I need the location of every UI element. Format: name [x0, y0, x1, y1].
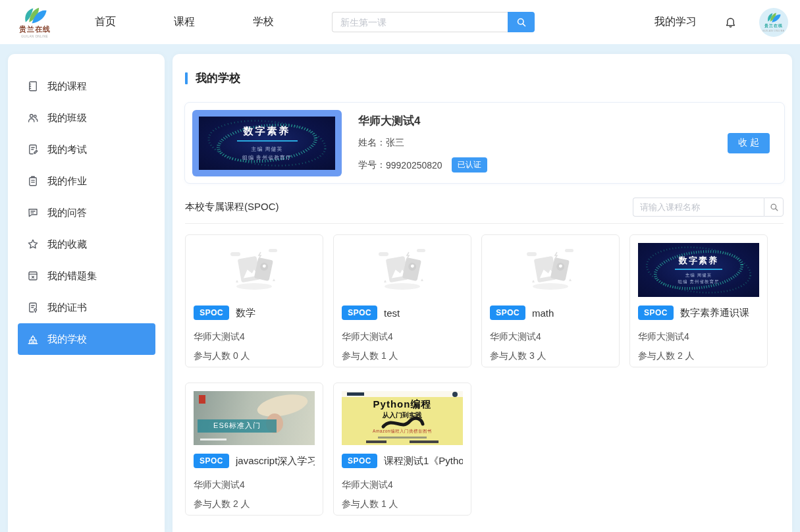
sidebar-item-my-school[interactable]: 我的学校: [18, 323, 155, 355]
clipboard-icon: [27, 175, 39, 187]
course-school: 华师大测试4: [342, 479, 463, 491]
cover-tagline: Amazon编程入门类榜首图书: [342, 429, 463, 435]
site-logo[interactable]: 贵兰在线 GUILAN ONLINE: [13, 6, 57, 38]
cover-small-bar: [378, 437, 427, 439]
topbar: 贵兰在线 GUILAN ONLINE 首页 课程 学校 我的学习: [0, 0, 800, 44]
course-cover-image: 数字素养 主编 周健英 组编 贵州省教育厅: [638, 243, 759, 297]
spoc-badge: SPOC: [194, 306, 229, 320]
sidebar-item-my-exams[interactable]: 我的考试: [18, 134, 155, 165]
main-panel: 我的学校 数字素养 主编 周健英 组编 贵州省教育厅 华师大测试4 姓名： 张三: [173, 54, 792, 532]
sidebar-item-my-classes[interactable]: 我的班级: [18, 102, 155, 134]
course-title: math: [532, 307, 554, 319]
id-label: 学号：: [358, 159, 386, 171]
course-participants: 参与人数 0 人: [194, 350, 315, 362]
school-thumbnail-frame: 数字素养 主编 周健英 组编 贵州省教育厅: [192, 110, 342, 176]
wrong-answers-icon: [27, 270, 39, 282]
main-nav: 首页 课程 学校: [66, 15, 303, 29]
sidebar-item-label: 我的问答: [47, 207, 87, 219]
sidebar-item-my-mistakes[interactable]: 我的错题集: [18, 260, 155, 292]
spoc-section-title: 本校专属课程(SPOC): [185, 201, 279, 213]
nav-item-courses[interactable]: 课程: [145, 15, 224, 29]
my-learning-link[interactable]: 我的学习: [654, 15, 697, 29]
spoc-badge: SPOC: [342, 306, 377, 320]
sidebar: 我的课程 我的班级 我的考试 我的作业: [8, 54, 165, 532]
course-card[interactable]: Python编程 从入门到实践 Amazon编程入门类榜首图书 SPOC 课程测…: [333, 383, 471, 516]
school-info: 华师大测试4 姓名： 张三 学号： 99920250820 已认证: [358, 113, 487, 173]
avatar-logo-subtext: GUILAN ONLINE: [762, 29, 785, 32]
course-book-icon: [27, 80, 39, 92]
sidebar-item-label: 我的课程: [47, 80, 87, 93]
topbar-search-button[interactable]: [508, 12, 535, 32]
course-school: 华师大测试4: [490, 331, 611, 343]
page-title: 我的学校: [196, 70, 240, 86]
cover-top-bar: [347, 392, 364, 396]
course-search-input[interactable]: [633, 198, 764, 217]
sidebar-item-label: 我的作业: [47, 175, 87, 188]
student-name-row: 姓名： 张三: [358, 137, 487, 149]
course-card[interactable]: SPOC math 华师大测试4 参与人数 3 人: [481, 234, 620, 367]
course-card[interactable]: ES6标准入门 SPOC javascript深入学习 华师大测试4 参与人数 …: [185, 383, 323, 516]
nav-item-schools[interactable]: 学校: [224, 15, 303, 29]
name-value: 张三: [386, 137, 404, 149]
cover-top-seal: [452, 392, 458, 397]
user-avatar[interactable]: 贵兰在线 GUILAN ONLINE: [759, 8, 788, 37]
course-image-placeholder: [194, 243, 315, 297]
course-title: 数字素养通识课: [680, 307, 749, 319]
course-participants: 参与人数 2 人: [194, 498, 315, 510]
digital-literacy-cover: 数字素养 主编 周健英 组编 贵州省教育厅: [199, 117, 335, 170]
cover-title: ES6标准入门: [213, 421, 261, 431]
sidebar-item-label: 我的错题集: [47, 270, 97, 282]
sidebar-item-my-certificates[interactable]: 我的证书: [18, 292, 155, 323]
cover-title: 数字素养: [244, 125, 291, 138]
title-accent-bar: [185, 72, 188, 84]
course-card[interactable]: 数字素养 主编 周健英 组编 贵州省教育厅 SPOC 数字素养通识课 华师大测试…: [629, 234, 768, 367]
sidebar-item-my-courses[interactable]: 我的课程: [18, 70, 155, 102]
cover-title: 数字素养: [679, 255, 718, 267]
course-image-placeholder: [490, 243, 611, 297]
course-card[interactable]: SPOC 数学 华师大测试4 参与人数 0 人: [185, 234, 323, 367]
spoc-badge: SPOC: [490, 306, 525, 320]
student-id-row: 学号： 99920250820 已认证: [358, 157, 487, 173]
course-participants: 参与人数 3 人: [490, 350, 611, 362]
search-icon: [769, 202, 779, 212]
course-school: 华师大测试4: [638, 331, 759, 343]
sidebar-item-label: 我的班级: [47, 112, 87, 124]
course-school: 华师大测试4: [194, 479, 315, 491]
collapse-button[interactable]: 收 起: [728, 133, 770, 153]
sidebar-item-label: 我的收藏: [47, 238, 87, 251]
cover-beret-shape: [255, 391, 309, 420]
course-school: 华师大测试4: [194, 331, 315, 343]
logo-text: 贵兰在线: [19, 24, 51, 34]
topbar-search-input[interactable]: [332, 12, 508, 32]
python-book-cover: Python编程 从入门到实践 Amazon编程入门类榜首图书: [342, 391, 463, 445]
notification-bell-icon[interactable]: [724, 16, 737, 28]
course-cover-image: ES6标准入门: [194, 391, 315, 445]
cover-editor-line: 主编 周健英: [251, 146, 282, 153]
cover-divider: [237, 140, 298, 142]
cover-footer-bar: [200, 439, 227, 440]
avatar-logo-text: 贵兰在线: [764, 23, 783, 29]
cover-red-flag: [199, 395, 205, 404]
course-title: 课程测试1《Pytho...: [384, 455, 463, 467]
course-school: 华师大测试4: [342, 331, 463, 343]
sidebar-item-my-qa[interactable]: 我的问答: [18, 197, 155, 228]
topbar-right: 我的学习 贵兰在线 GUILAN ONLINE: [654, 8, 788, 37]
nav-item-home[interactable]: 首页: [66, 15, 145, 29]
course-card[interactable]: SPOC test 华师大测试4 参与人数 1 人: [333, 234, 471, 367]
chat-qa-icon: [27, 207, 39, 219]
spoc-badge: SPOC: [342, 454, 377, 468]
course-participants: 参与人数 1 人: [342, 350, 463, 362]
cover-publisher-logos: [366, 440, 439, 443]
id-value: 99920250820: [386, 160, 442, 171]
sidebar-item-my-homework[interactable]: 我的作业: [18, 165, 155, 197]
course-grid: SPOC 数学 华师大测试4 参与人数 0 人: [185, 234, 792, 516]
course-title: 数学: [236, 307, 255, 319]
sidebar-item-label: 我的学校: [47, 333, 87, 346]
school-name: 华师大测试4: [358, 113, 487, 128]
sidebar-item-my-favorites[interactable]: 我的收藏: [18, 228, 155, 260]
course-search-button[interactable]: [764, 198, 784, 217]
topbar-search: [332, 12, 535, 32]
course-image-placeholder: [342, 243, 463, 297]
es6-book-cover: ES6标准入门: [194, 391, 315, 445]
digital-literacy-cover: 数字素养 主编 周健英 组编 贵州省教育厅: [638, 243, 759, 297]
